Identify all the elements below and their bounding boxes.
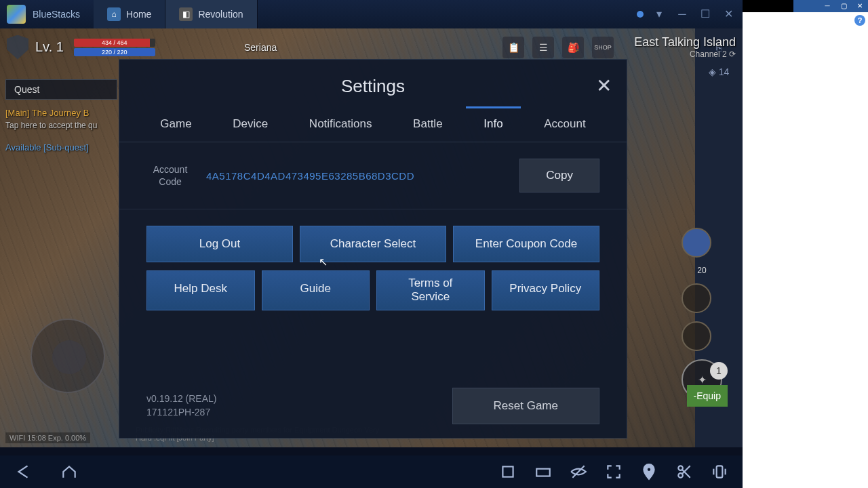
game-icon: ◧ [179,7,193,21]
tab-revolution[interactable]: ◧ Revolution [165,0,257,28]
zone-channel[interactable]: Channel 2 ⟳ [634,49,736,59]
minimize-icon[interactable]: ─ [675,7,690,22]
settings-modal: Settings ✕ Game Device Notifications Bat… [119,59,627,439]
coupon-button[interactable]: Enter Coupon Code [453,226,599,262]
skill-slot-3[interactable] [682,321,711,351]
logout-button[interactable]: Log Out [146,226,293,262]
status-bars: 434 / 464 220 / 220 [74,37,155,58]
home-icon[interactable] [60,462,79,481]
quest-sub: Tap here to accept the qu [5,121,117,130]
sidebar-currency[interactable]: ◈ 14 [709,66,730,77]
status-bar: WIFI 15:08 Exp. 0.00% [5,432,90,443]
shake-icon[interactable] [710,462,729,481]
tab-revolution-label: Revolution [198,9,243,20]
tab-battle[interactable]: Battle [408,109,448,142]
svg-point-5 [647,468,652,472]
count-badge[interactable]: 1 [710,362,728,380]
skill-slot-1[interactable] [682,228,711,258]
account-code-row: Account Code 4A5178C4D4AD473495E63285B68… [119,142,627,209]
bluestacks-titlebar: BlueStacks ⌂ Home ◧ Revolution ▾ ─ ☐ ✕ [0,0,743,28]
scissors-icon[interactable] [675,462,694,481]
zone-name: East Talking Island [634,35,736,49]
back-icon[interactable] [14,462,33,481]
tab-game[interactable]: Game [155,109,197,142]
mp-bar: 220 / 220 [74,48,155,56]
svg-rect-10 [717,466,723,477]
help-desk-button[interactable]: Help Desk [146,270,255,310]
quest-main[interactable]: [Main] The Journey B [5,108,117,118]
close-icon[interactable]: ✕ [596,75,612,97]
privacy-button[interactable]: Privacy Policy [492,270,600,310]
minimize-icon[interactable]: ─ [819,0,835,12]
settings-footer: v0.19.12 (REAL) 171121PH-287 Reset Game [146,388,599,424]
level-text: Lv. 1 [35,39,64,55]
bluestacks-window: BlueStacks ⌂ Home ◧ Revolution ▾ ─ ☐ ✕ L… [0,0,743,488]
tab-notifications[interactable]: Notifications [304,109,378,142]
bluestacks-window-controls: ▾ ─ ☐ ✕ [637,7,743,22]
equip-button[interactable]: -Equip [687,385,728,407]
guide-button[interactable]: Guide [262,270,370,310]
close-icon[interactable]: ✕ [852,0,868,12]
notification-dot-icon[interactable] [637,11,644,18]
help-icon[interactable]: ? [854,15,865,26]
bluestacks-title: BlueStacks [33,9,80,20]
quest-available[interactable]: Available [Sub-quest] [5,142,117,152]
hud-menu-icons: 📋 ☰ 🎒 SHOP [502,37,614,58]
bag-icon[interactable]: 🎒 [562,37,584,58]
tab-account[interactable]: Account [538,109,591,142]
cursor-icon: ↖ [319,256,328,268]
menu-icon[interactable]: ☰ [532,37,554,58]
fullscreen-icon[interactable] [604,462,623,481]
copy-button[interactable]: Copy [519,159,599,192]
soul-count: 20 [682,266,722,275]
account-code-value: 4A5178C4D4AD473495E63285B68D3CDD [206,170,519,182]
reset-game-button[interactable]: Reset Game [452,388,599,424]
keyboard-icon[interactable] [534,462,553,481]
maximize-icon[interactable]: ☐ [698,7,713,22]
tab-info[interactable]: Info [478,109,508,142]
quest-panel: Quest [Main] The Journey B Tap here to a… [5,79,117,152]
tab-home-label: Home [126,9,151,20]
skill-slot-2[interactable] [682,283,711,313]
hp-bar: 434 / 464 [74,39,155,47]
android-navbar [0,455,743,488]
settings-tabs: Game Device Notifications Battle Info Ac… [119,109,627,142]
home-icon: ⌂ [107,7,121,21]
screenshot-icon[interactable] [498,462,517,481]
virtual-joystick[interactable] [31,319,105,393]
shield-icon[interactable] [7,35,28,60]
settings-button-grid: Log Out Character Select Enter Coupon Co… [119,209,627,335]
outer-background: ? [739,12,868,488]
outer-window-controls: ─ ▢ ✕ [793,0,868,12]
svg-rect-1 [536,469,550,476]
maximize-icon[interactable]: ▢ [835,0,852,12]
account-code-label: Account Code [146,163,194,188]
quest-header[interactable]: Quest [5,79,117,100]
zone-info: East Talking Island Channel 2 ⟳ [634,35,736,59]
settings-title: Settings ✕ [119,60,627,109]
version-text: v0.19.12 (REAL) 171121PH-287 [146,392,217,419]
quest-log-icon[interactable]: 📋 [502,37,524,58]
tab-device[interactable]: Device [227,109,273,142]
location-icon[interactable] [639,462,658,481]
character-name: Seriana [244,42,277,53]
tos-button[interactable]: Terms ofService [376,270,485,310]
tab-home[interactable]: ⌂ Home [94,0,165,28]
svg-rect-0 [502,466,513,476]
close-icon[interactable]: ✕ [721,7,736,22]
svg-line-4 [572,466,584,477]
shop-icon[interactable]: SHOP [592,37,614,58]
bluestacks-logo-icon [7,5,26,24]
chevron-down-icon[interactable]: ▾ [652,7,667,22]
eye-icon[interactable] [569,462,588,481]
game-viewport: Lv. 1 434 / 464 220 / 220 Seriana 📋 ☰ 🎒 … [0,28,743,447]
